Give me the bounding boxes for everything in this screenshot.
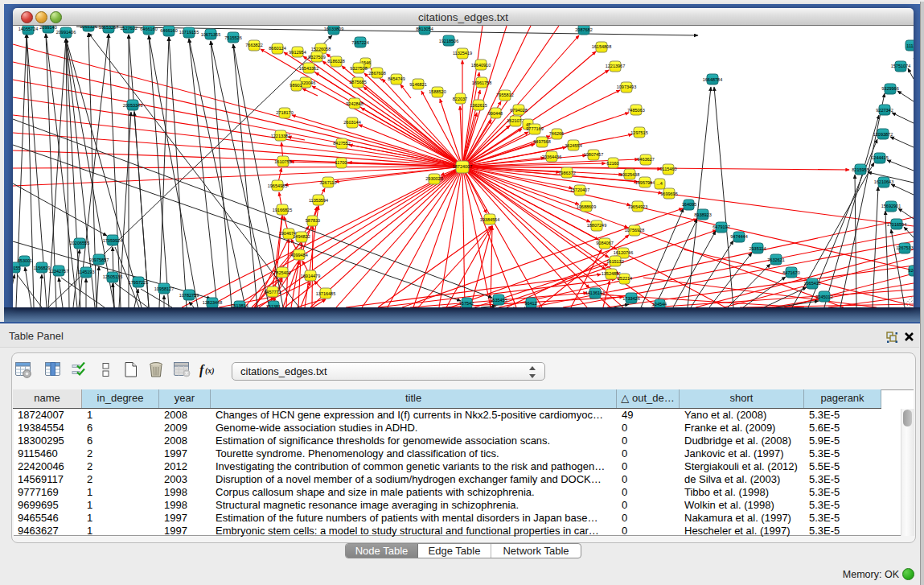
svg-text:9329966: 9329966 [881, 86, 898, 91]
svg-text:8454749: 8454749 [388, 76, 405, 81]
svg-text:17957225: 17957225 [129, 280, 148, 285]
svg-text:(x): (x) [205, 366, 215, 376]
svg-text:1513814: 1513814 [231, 303, 248, 307]
svg-text:10973493: 10973493 [617, 84, 636, 89]
svg-text:1610755: 1610755 [274, 159, 291, 164]
svg-text:8660124: 8660124 [269, 46, 285, 51]
svg-text:7632621: 7632621 [767, 257, 784, 262]
svg-text:822037: 822037 [453, 97, 467, 101]
svg-text:1527602: 1527602 [120, 26, 137, 31]
svg-text:17016594: 17016594 [887, 222, 906, 227]
svg-text:104544: 104544 [652, 302, 667, 307]
svg-text:1065326: 1065326 [80, 26, 97, 29]
svg-text:17359924: 17359924 [103, 238, 122, 243]
svg-text:7955812: 7955812 [496, 93, 513, 97]
svg-text:10782759: 10782759 [179, 293, 199, 298]
svg-text:19654985: 19654985 [268, 183, 287, 188]
svg-text:12823448: 12823448 [203, 300, 222, 305]
svg-text:16914479: 16914479 [301, 274, 320, 278]
svg-text:2935114: 2935114 [749, 246, 766, 251]
svg-text:18724007: 18724007 [453, 164, 472, 169]
svg-text:16033809: 16033809 [324, 27, 343, 31]
svg-text:8813054: 8813054 [416, 27, 433, 31]
svg-text:1494822: 1494822 [293, 234, 310, 239]
svg-text:6466160: 6466160 [140, 27, 157, 31]
svg-text:10958127: 10958127 [154, 286, 174, 291]
svg-text:2867608: 2867608 [368, 71, 385, 76]
svg-text:20053346: 20053346 [123, 103, 142, 108]
svg-text:14136141: 14136141 [585, 290, 605, 295]
svg-text:587833: 587833 [306, 218, 320, 223]
svg-text:4099484: 4099484 [290, 253, 307, 257]
svg-text:6497568: 6497568 [533, 139, 550, 144]
svg-text:12505135: 12505135 [103, 274, 122, 279]
svg-text:16543362: 16543362 [299, 66, 318, 71]
svg-text:9242848: 9242848 [346, 101, 363, 106]
svg-text:11700: 11700 [335, 160, 347, 165]
svg-text:2087682: 2087682 [575, 27, 592, 32]
svg-text:3267110: 3267110 [319, 180, 336, 185]
svg-text:2718170: 2718170 [276, 110, 293, 115]
svg-text:157542: 157542 [459, 301, 474, 306]
svg-text:f: f [199, 363, 205, 377]
svg-text:3624554: 3624554 [565, 143, 581, 148]
svg-text:2603144: 2603144 [343, 120, 360, 125]
svg-text:62160: 62160 [606, 161, 618, 166]
svg-text:16154808: 16154808 [592, 44, 611, 49]
svg-text:18807249: 18807249 [587, 223, 606, 228]
svg-text:39155: 39155 [13, 266, 21, 270]
svg-text:1145193: 1145193 [77, 270, 94, 274]
svg-text:15692901: 15692901 [881, 204, 901, 208]
svg-text:9327508: 9327508 [350, 66, 367, 71]
svg-text:164095: 164095 [682, 202, 696, 207]
svg-text:19384554: 19384554 [480, 217, 499, 222]
svg-text:10688609: 10688609 [577, 204, 596, 209]
svg-text:12342757: 12342757 [49, 269, 68, 274]
svg-text:3875685: 3875685 [349, 80, 366, 84]
svg-text:9912954: 9912954 [289, 50, 306, 55]
svg-text:8471670: 8471670 [782, 270, 799, 275]
svg-text:93975857: 93975857 [89, 257, 109, 262]
svg-text:6466160: 6466160 [160, 28, 177, 33]
svg-text:9084067: 9084067 [596, 241, 613, 245]
svg-text:1112: 1112 [906, 43, 914, 48]
svg-text:2930023: 2930023 [425, 176, 442, 181]
svg-text:7515526: 7515526 [224, 35, 241, 40]
svg-text:7485063: 7485063 [627, 108, 644, 113]
svg-text:7663822: 7663822 [245, 43, 262, 47]
svg-text:13716485: 13716485 [316, 291, 335, 296]
svg-text:19654923: 19654923 [628, 204, 647, 209]
svg-text:8427552: 8427552 [333, 141, 350, 146]
svg-text:252214: 252214 [618, 276, 632, 281]
svg-text:9699695: 9699695 [660, 192, 677, 196]
svg-text:10653267: 10653267 [99, 26, 118, 30]
svg-text:9227342: 9227342 [876, 108, 893, 113]
svg-text:7825402: 7825402 [273, 270, 290, 275]
svg-text:11325419: 11325419 [453, 51, 472, 56]
svg-text:11353594: 11353594 [309, 198, 328, 203]
svg-text:1065411: 1065411 [803, 281, 820, 286]
svg-text:8215955: 8215955 [852, 167, 869, 172]
svg-text:9327509: 9327509 [308, 55, 325, 60]
svg-text:16961758: 16961758 [472, 80, 491, 85]
svg-text:12093872: 12093872 [873, 132, 893, 137]
svg-text:746266: 746266 [549, 131, 564, 136]
svg-text:20206555: 20206555 [70, 241, 89, 245]
svg-text:9146821: 9146821 [409, 82, 426, 87]
svg-text:151381: 151381 [266, 304, 281, 307]
svg-text:7357224: 7357224 [351, 40, 368, 45]
svg-text:2099140: 2099140 [39, 26, 56, 30]
svg-text:9474444: 9474444 [730, 234, 747, 239]
svg-text:16210643: 16210643 [874, 179, 893, 184]
svg-text:10671355: 10671355 [201, 32, 220, 37]
svg-text:9777169: 9777169 [526, 126, 543, 131]
svg-text:18640910: 18640910 [471, 63, 491, 68]
svg-text:19166825: 19166825 [273, 208, 292, 212]
svg-text:1588520: 1588520 [429, 89, 446, 94]
svg-text:8186328: 8186328 [327, 59, 344, 64]
svg-text:15226058: 15226058 [311, 47, 331, 51]
svg-text:10719155: 10719155 [179, 30, 199, 35]
svg-text:12213382: 12213382 [271, 134, 290, 138]
svg-text:1267533: 1267533 [896, 245, 913, 250]
svg-text:6479197: 6479197 [713, 225, 729, 229]
